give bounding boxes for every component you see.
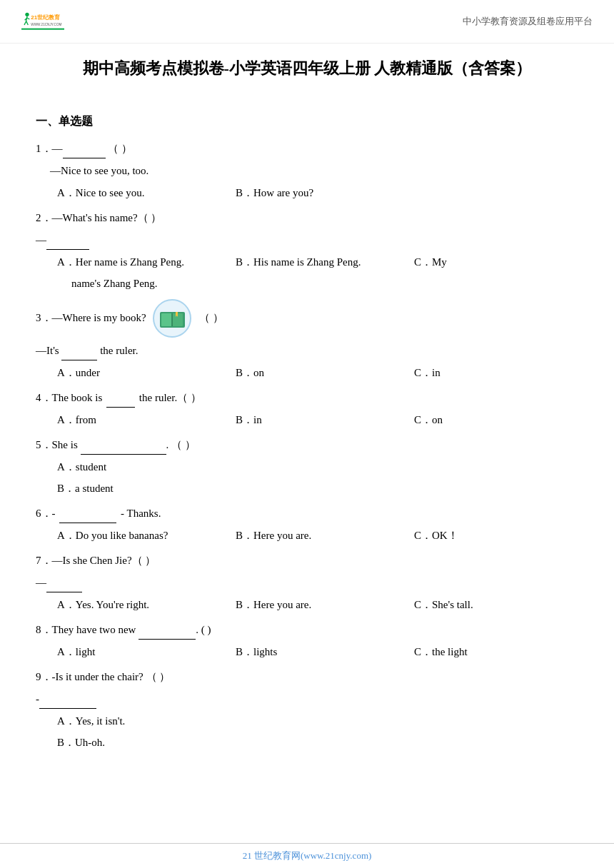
svg-line-5: [27, 18, 29, 19]
question-1: 1．— （ ） —Nice to see you, too. A．Nice to…: [36, 139, 578, 203]
q3-option-c: C．in: [414, 363, 593, 383]
q5-prompt: 5．She is . （ ）: [36, 435, 578, 455]
q7-blank: [46, 580, 82, 592]
q5-blank: [81, 442, 166, 455]
question-6: 6．- - Thanks. A．Do you like bananas? B．H…: [36, 504, 578, 545]
q9-sub: -: [36, 690, 578, 709]
q3-prompt: 3．—Where is my book? （ ）: [36, 299, 578, 338]
q9-option-a: A．Yes, it isn't.: [57, 712, 578, 731]
q1-option-a: A．Nice to see you.: [57, 183, 236, 203]
q4-option-a: A．from: [57, 410, 236, 430]
page-footer: 21 世纪教育网(www.21cnjy.com): [0, 843, 614, 868]
svg-line-2: [24, 21, 26, 25]
q7-sub: —: [36, 573, 578, 592]
q6-option-b: B．Here you are.: [236, 526, 414, 545]
q4-option-row: A．from B．in C．on: [57, 410, 578, 430]
q8-prompt: 8．They have two new . ( ): [36, 620, 578, 640]
q9-option-b: B．Uh-oh.: [57, 733, 578, 752]
q8-option-c: C．the light: [414, 642, 593, 662]
q4-options: A．from B．in C．on: [57, 410, 578, 430]
svg-text:21世纪教育: 21世纪教育: [31, 14, 61, 21]
question-5: 5．She is . （ ） A．student B．a student: [36, 435, 578, 498]
q4-prompt: 4．The book is the ruler.（ ）: [36, 388, 578, 408]
logo-area: 21世纪教育 WWW.21CNJY.COM: [21, 7, 64, 36]
svg-text:WWW.21CNJY.COM: WWW.21CNJY.COM: [31, 23, 61, 26]
q6-option-c: C．OK！: [414, 526, 593, 545]
q3-option-row: A．under B．on C．in: [57, 363, 578, 383]
main-title: 期中高频考点模拟卷-小学英语四年级上册 人教精通版（含答案）: [36, 58, 578, 79]
question-3: 3．—Where is my book? （ ） —It's the ruler…: [36, 299, 578, 383]
q6-option-row: A．Do you like bananas? B．Here you are. C…: [57, 526, 578, 545]
title-section: 期中高频考点模拟卷-小学英语四年级上册 人教精通版（含答案）: [0, 44, 614, 97]
q7-prompt: 7．—Is she Chen Jie?（ ）: [36, 551, 578, 570]
svg-point-0: [25, 13, 29, 16]
question-9: 9．-Is it under the chair? （ ） - A．Yes, i…: [36, 667, 578, 752]
q6-option-a: A．Do you like bananas?: [57, 526, 236, 545]
q2-option-b: B．His name is Zhang Peng.: [236, 253, 414, 272]
q6-prompt: 6．- - Thanks.: [36, 504, 578, 523]
content-area: 一、单选题 1．— （ ） —Nice to see you, too. A．N…: [0, 97, 614, 772]
section1-title: 一、单选题: [36, 111, 578, 132]
q3-sub: —It's the ruler.: [36, 341, 578, 360]
q8-option-row: A．light B．lights C．the light: [57, 642, 578, 662]
q8-options: A．light B．lights C．the light: [57, 642, 578, 662]
footer-text: 21 世纪教育网(www.21cnjy.com): [243, 850, 372, 861]
q2-option-row: A．Her name is Zhang Peng. B．His name is …: [57, 253, 578, 272]
q2-option-c: C．My: [414, 253, 447, 272]
q3-num: 3．—Where is my book?: [36, 312, 146, 323]
q1-sub: —Nice to see you, too.: [50, 161, 578, 181]
svg-rect-8: [21, 29, 64, 30]
q3-paren: （ ）: [199, 312, 223, 323]
q6-options: A．Do you like bananas? B．Here you are. C…: [57, 526, 578, 545]
q8-option-a: A．light: [57, 642, 236, 662]
q8-blank: [139, 627, 196, 640]
q1-blank: [63, 146, 106, 158]
svg-rect-11: [161, 313, 172, 326]
q4-option-b: B．in: [236, 410, 414, 430]
q7-option-c: C．She's tall.: [414, 595, 593, 615]
q8-option-b: B．lights: [236, 642, 414, 662]
q9-prompt: 9．-Is it under the chair? （ ）: [36, 667, 578, 687]
q5-option-b: B．a student: [57, 479, 578, 498]
q7-option-a: A．Yes. You're right.: [57, 595, 236, 615]
logo-icon: 21世纪教育 WWW.21CNJY.COM: [21, 7, 64, 36]
platform-name: 中小学教育资源及组卷应用平台: [463, 15, 593, 28]
q2-option-a: A．Her name is Zhang Peng.: [57, 253, 236, 272]
q2-prompt: 2．—What's his name?（ ）: [36, 208, 578, 228]
q2-sub: —: [36, 231, 578, 250]
q4-blank: [106, 396, 135, 408]
q1-prompt: 1．— （ ）: [36, 139, 578, 158]
question-8: 8．They have two new . ( ) A．light B．ligh…: [36, 620, 578, 662]
q1-option-row: A．Nice to see you. B．How are you?: [57, 183, 578, 203]
q1-num: 1．—: [36, 143, 63, 154]
question-4: 4．The book is the ruler.（ ） A．from B．in …: [36, 388, 578, 430]
q6-blank: [59, 512, 116, 523]
q9-blank: [39, 696, 96, 709]
q9-options: A．Yes, it isn't. B．Uh-oh.: [57, 712, 578, 752]
question-2: 2．—What's his name?（ ） — A．Her name is Z…: [36, 208, 578, 293]
q1-option-b: B．How are you?: [236, 183, 414, 203]
book-image: [153, 299, 192, 338]
q3-blank: [61, 348, 97, 360]
q3-option-a: A．under: [57, 363, 236, 383]
q5-options: A．student B．a student: [57, 458, 578, 498]
q1-options: A．Nice to see you. B．How are you?: [57, 183, 578, 203]
svg-line-3: [26, 21, 29, 25]
page-header: 21世纪教育 WWW.21CNJY.COM 中小学教育资源及组卷应用平台: [0, 0, 614, 44]
q1-paren: （ ）: [108, 143, 132, 154]
q7-option-row: A．Yes. You're right. B．Here you are. C．S…: [57, 595, 578, 615]
q4-option-c: C．on: [414, 410, 593, 430]
q7-option-b: B．Here you are.: [236, 595, 414, 615]
q2-option-c-cont: name's Zhang Peng.: [71, 274, 578, 293]
q3-option-b: B．on: [236, 363, 414, 383]
q3-options: A．under B．on C．in: [57, 363, 578, 383]
question-7: 7．—Is she Chen Jie?（ ） — A．Yes. You're r…: [36, 551, 578, 615]
q2-options: A．Her name is Zhang Peng. B．His name is …: [57, 253, 578, 293]
q7-options: A．Yes. You're right. B．Here you are. C．S…: [57, 595, 578, 615]
q2-blank: [46, 237, 89, 250]
q5-option-a: A．student: [57, 458, 578, 477]
